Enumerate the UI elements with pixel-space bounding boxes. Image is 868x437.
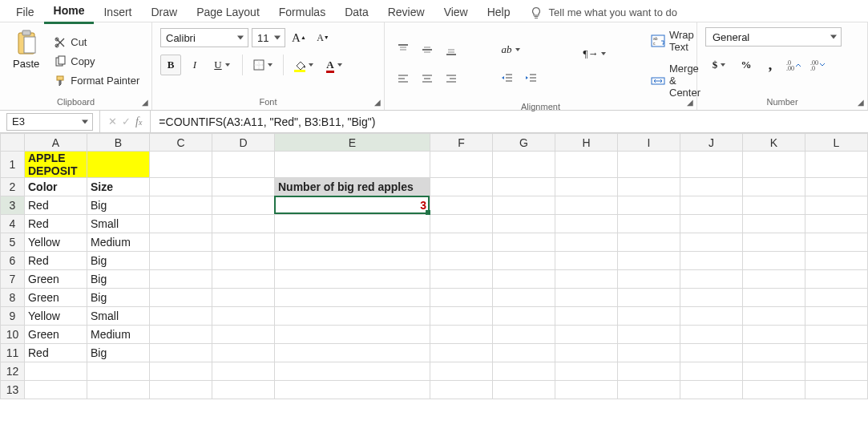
cell-C12[interactable] xyxy=(150,362,212,381)
cell-A8[interactable]: Green xyxy=(25,289,87,307)
cell-G6[interactable] xyxy=(493,252,555,270)
cell-A9[interactable]: Yellow xyxy=(25,307,87,326)
cell-F6[interactable] xyxy=(430,252,493,270)
tab-home[interactable]: Home xyxy=(44,1,95,24)
cell-A4[interactable]: Red xyxy=(25,215,87,233)
cell-G3[interactable] xyxy=(493,196,555,215)
cell-B10[interactable]: Medium xyxy=(87,326,150,344)
cell-E1[interactable] xyxy=(275,152,430,178)
cell-G2[interactable] xyxy=(493,178,555,196)
cell-E4[interactable] xyxy=(275,215,430,233)
cell-A3[interactable]: Red xyxy=(25,196,87,215)
number-dialog-launcher[interactable]: ◢ xyxy=(858,98,864,107)
row-header-2[interactable]: 2 xyxy=(1,178,25,196)
cell-I2[interactable] xyxy=(618,178,680,196)
cell-L6[interactable] xyxy=(805,252,868,270)
italic-button[interactable]: I xyxy=(184,55,205,75)
cell-J1[interactable] xyxy=(680,152,743,178)
cell-I7[interactable] xyxy=(618,270,680,289)
cell-J7[interactable] xyxy=(680,270,743,289)
cell-J13[interactable] xyxy=(680,381,743,399)
tell-me-search[interactable]: Tell me what you want to do xyxy=(530,6,677,19)
cell-C2[interactable] xyxy=(150,178,212,196)
cell-I1[interactable] xyxy=(618,152,680,178)
cell-G5[interactable] xyxy=(493,233,555,252)
align-right-button[interactable] xyxy=(441,68,462,89)
cell-L2[interactable] xyxy=(805,178,868,196)
tab-page-layout[interactable]: Page Layout xyxy=(187,2,269,23)
cell-G8[interactable] xyxy=(493,289,555,307)
cell-I4[interactable] xyxy=(618,215,680,233)
cell-L7[interactable] xyxy=(805,270,868,289)
cell-C5[interactable] xyxy=(150,233,212,252)
cell-B2[interactable]: Size xyxy=(87,178,150,196)
cell-G11[interactable] xyxy=(493,344,555,362)
cell-F11[interactable] xyxy=(430,344,493,362)
cell-K11[interactable] xyxy=(743,344,805,362)
cell-A13[interactable] xyxy=(25,381,87,399)
cell-E6[interactable] xyxy=(275,252,430,270)
cell-J3[interactable] xyxy=(680,196,743,215)
cell-D2[interactable] xyxy=(212,178,275,196)
cell-A1[interactable]: APPLE DEPOSIT xyxy=(25,152,87,178)
cell-K5[interactable] xyxy=(743,233,805,252)
col-header-J[interactable]: J xyxy=(680,134,743,152)
cell-D3[interactable] xyxy=(212,196,275,215)
cell-D4[interactable] xyxy=(212,215,275,233)
cell-J12[interactable] xyxy=(680,362,743,381)
cell-K6[interactable] xyxy=(743,252,805,270)
col-header-B[interactable]: B xyxy=(87,134,150,152)
cell-E3[interactable]: 3 xyxy=(275,196,430,215)
cell-A12[interactable] xyxy=(25,362,87,381)
select-all-corner[interactable] xyxy=(1,134,25,152)
cell-E7[interactable] xyxy=(275,270,430,289)
cell-A7[interactable]: Green xyxy=(25,270,87,289)
cell-H11[interactable] xyxy=(555,344,618,362)
cell-G4[interactable] xyxy=(493,215,555,233)
cell-K3[interactable] xyxy=(743,196,805,215)
col-header-K[interactable]: K xyxy=(743,134,805,152)
bold-button[interactable]: B xyxy=(160,55,181,75)
cell-E9[interactable] xyxy=(275,307,430,326)
cell-B11[interactable]: Big xyxy=(87,344,150,362)
clipboard-dialog-launcher[interactable]: ◢ xyxy=(142,98,148,107)
cell-A5[interactable]: Yellow xyxy=(25,233,87,252)
cell-G10[interactable] xyxy=(493,326,555,344)
number-format-select[interactable]: General xyxy=(705,27,842,47)
col-header-L[interactable]: L xyxy=(805,134,868,152)
cell-H10[interactable] xyxy=(555,326,618,344)
font-dialog-launcher[interactable]: ◢ xyxy=(374,98,381,107)
cell-H9[interactable] xyxy=(555,307,618,326)
cell-J5[interactable] xyxy=(680,233,743,252)
cell-H13[interactable] xyxy=(555,381,618,399)
cell-I8[interactable] xyxy=(618,289,680,307)
cell-B7[interactable]: Big xyxy=(87,270,150,289)
cell-K1[interactable] xyxy=(743,152,805,178)
decrease-decimal-button[interactable]: .00.0 xyxy=(808,55,829,75)
col-header-G[interactable]: G xyxy=(493,134,555,152)
font-name-select[interactable]: Calibri xyxy=(160,28,248,47)
cell-C3[interactable] xyxy=(150,196,212,215)
cell-D9[interactable] xyxy=(212,307,275,326)
alignment-dialog-launcher[interactable]: ◢ xyxy=(687,98,693,107)
cell-G12[interactable] xyxy=(493,362,555,381)
cell-L1[interactable] xyxy=(805,152,868,178)
cell-F7[interactable] xyxy=(430,270,493,289)
cell-K10[interactable] xyxy=(743,326,805,344)
cell-D8[interactable] xyxy=(212,289,275,307)
cell-F5[interactable] xyxy=(430,233,493,252)
cell-L4[interactable] xyxy=(805,215,868,233)
cell-C9[interactable] xyxy=(150,307,212,326)
percent-button[interactable]: % xyxy=(736,55,757,75)
align-top-button[interactable] xyxy=(393,39,414,60)
tab-draw[interactable]: Draw xyxy=(141,2,187,23)
col-header-C[interactable]: C xyxy=(150,134,212,152)
cell-D11[interactable] xyxy=(212,344,275,362)
cell-J11[interactable] xyxy=(680,344,743,362)
cell-D5[interactable] xyxy=(212,233,275,252)
cell-H1[interactable] xyxy=(555,152,618,178)
cell-K2[interactable] xyxy=(743,178,805,196)
formula-input[interactable]: =COUNTIFS(A3:A11, "Red", B3:B11, "Big") xyxy=(151,115,868,128)
cancel-formula-button[interactable]: ✕ xyxy=(108,115,117,127)
cell-J2[interactable] xyxy=(680,178,743,196)
